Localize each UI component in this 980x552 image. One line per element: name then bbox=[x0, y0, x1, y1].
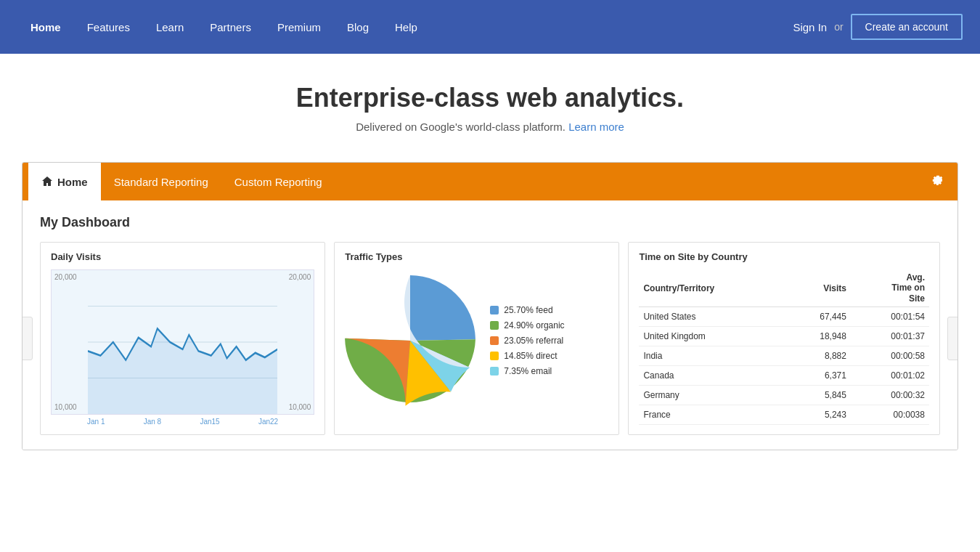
cell-visits: 67,445 bbox=[785, 307, 851, 327]
nav-features[interactable]: Features bbox=[74, 0, 143, 54]
hero-title: Enterprise-class web analytics. bbox=[0, 83, 980, 113]
create-account-button[interactable]: Create an account bbox=[851, 14, 963, 40]
table-row: United States 67,445 00:01:54 bbox=[639, 307, 929, 327]
legend-dot-email bbox=[490, 367, 499, 376]
cell-time: 00:00:58 bbox=[851, 346, 929, 366]
cell-visits: 5,243 bbox=[785, 405, 851, 425]
table-row: India 8,882 00:00:58 bbox=[639, 346, 929, 366]
cell-visits: 5,845 bbox=[785, 386, 851, 405]
cell-country: France bbox=[639, 405, 785, 425]
nav-help[interactable]: Help bbox=[382, 0, 430, 54]
next-arrow-button[interactable]: › bbox=[947, 317, 958, 360]
legend-email: 7.35% email bbox=[490, 366, 564, 376]
col-avg-time: Avg.Time onSite bbox=[851, 269, 929, 307]
col-country: Country/Territory bbox=[639, 269, 785, 307]
country-table: Country/Territory Visits Avg.Time onSite… bbox=[639, 269, 929, 425]
x-axis-labels: Jan 1 Jan 8 Jan15 Jan22 bbox=[51, 418, 314, 426]
svg-marker-3 bbox=[88, 328, 277, 414]
sign-in-link[interactable]: Sign In bbox=[793, 21, 827, 33]
table-row: Canada 6,371 00:01:02 bbox=[639, 366, 929, 386]
cell-time: 00:01:37 bbox=[851, 327, 929, 346]
cell-country: India bbox=[639, 346, 785, 366]
tab-standard-reporting[interactable]: Standard Reporting bbox=[101, 163, 221, 200]
tabs-bar: Home Standard Reporting Custom Reporting bbox=[23, 163, 957, 200]
cell-time: 00:01:54 bbox=[851, 307, 929, 327]
dashboard-content: My Dashboard ‹ Daily Visits 20,000 10,00… bbox=[23, 200, 957, 450]
legend-dot-feed bbox=[490, 306, 499, 314]
nav-right: Sign In or Create an account bbox=[793, 14, 963, 40]
hero-subtitle: Delivered on Google's world-class platfo… bbox=[0, 121, 980, 133]
time-on-site-card: Time on Site by Country Country/Territor… bbox=[628, 242, 940, 435]
nav-premium[interactable]: Premium bbox=[264, 0, 334, 54]
legend-feed: 25.70% feed bbox=[490, 305, 564, 315]
cell-time: 00:01:02 bbox=[851, 366, 929, 386]
y-axis-left: 20,000 10,000 bbox=[52, 270, 88, 414]
nav-home[interactable]: Home bbox=[17, 0, 74, 54]
col-visits: Visits bbox=[785, 269, 851, 307]
gear-icon bbox=[931, 174, 944, 187]
cell-visits: 8,882 bbox=[785, 346, 851, 366]
traffic-types-title: Traffic Types bbox=[345, 251, 608, 262]
nav-learn[interactable]: Learn bbox=[143, 0, 197, 54]
cell-time: 00:00:32 bbox=[851, 386, 929, 405]
hero-learn-more-link[interactable]: Learn more bbox=[568, 121, 624, 133]
table-row: Germany 5,845 00:00:32 bbox=[639, 386, 929, 405]
prev-arrow-button[interactable]: ‹ bbox=[22, 317, 33, 360]
pie-chart-svg bbox=[345, 275, 475, 406]
line-chart: 20,000 10,000 20,000 10,000 bbox=[51, 269, 314, 415]
legend-dot-referral bbox=[490, 336, 499, 345]
daily-visits-title: Daily Visits bbox=[51, 251, 314, 262]
table-header-row: Country/Territory Visits Avg.Time onSite bbox=[639, 269, 929, 307]
dashboard-title: My Dashboard bbox=[40, 215, 940, 230]
line-chart-svg bbox=[88, 270, 277, 414]
legend-dot-direct bbox=[490, 352, 499, 360]
legend-dot-organic bbox=[490, 321, 499, 330]
cell-country: Germany bbox=[639, 386, 785, 405]
settings-button[interactable] bbox=[924, 174, 952, 190]
legend-referral: 23.05% referral bbox=[490, 336, 564, 346]
cell-country: United States bbox=[639, 307, 785, 327]
or-text: or bbox=[834, 21, 843, 33]
cell-visits: 6,371 bbox=[785, 366, 851, 386]
table-row: United Kingdom 18,948 00:01:37 bbox=[639, 327, 929, 346]
tab-home[interactable]: Home bbox=[28, 163, 101, 200]
hero-section: Enterprise-class web analytics. Delivere… bbox=[0, 54, 980, 155]
legend-direct: 14.85% direct bbox=[490, 351, 564, 361]
cell-country: United Kingdom bbox=[639, 327, 785, 346]
time-on-site-title: Time on Site by Country bbox=[639, 251, 929, 262]
cards-row: ‹ Daily Visits 20,000 10,000 20,000 10,0… bbox=[40, 242, 940, 435]
tab-custom-reporting[interactable]: Custom Reporting bbox=[221, 163, 335, 200]
cell-country: Canada bbox=[639, 366, 785, 386]
cell-time: 00:0038 bbox=[851, 405, 929, 425]
traffic-types-card: Traffic Types bbox=[334, 242, 619, 435]
pie-legend: 25.70% feed 24.90% organic 23.05% referr… bbox=[490, 305, 564, 376]
legend-organic: 24.90% organic bbox=[490, 320, 564, 330]
nav-blog[interactable]: Blog bbox=[334, 0, 382, 54]
pie-chart-area: 25.70% feed 24.90% organic 23.05% referr… bbox=[345, 269, 608, 412]
daily-visits-card: Daily Visits 20,000 10,000 20,000 10,000 bbox=[40, 242, 325, 435]
nav-partners[interactable]: Partners bbox=[197, 0, 264, 54]
navbar: Home Features Learn Partners Premium Blo… bbox=[0, 0, 980, 54]
table-row: France 5,243 00:0038 bbox=[639, 405, 929, 425]
cell-visits: 18,948 bbox=[785, 327, 851, 346]
dashboard-container: Home Standard Reporting Custom Reporting… bbox=[22, 162, 958, 450]
nav-links: Home Features Learn Partners Premium Blo… bbox=[17, 0, 793, 54]
home-icon bbox=[41, 176, 53, 187]
y-axis-right: 20,000 10,000 bbox=[277, 270, 314, 414]
